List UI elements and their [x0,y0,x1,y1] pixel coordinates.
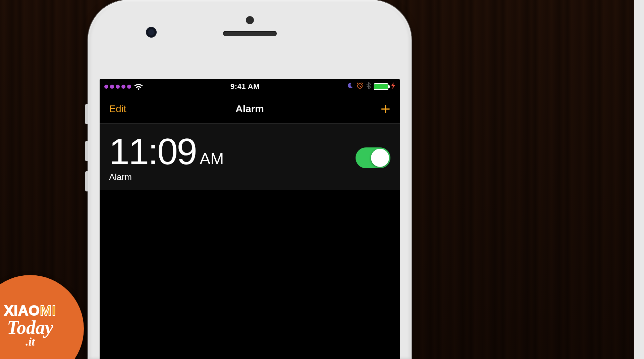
wifi-icon [134,83,143,90]
nav-bar: Edit Alarm + [100,94,400,124]
watermark-logo: XIAOMI Today .it [0,275,84,359]
alarm-info: 11:09 AM Alarm [109,133,224,182]
edit-button[interactable]: Edit [109,103,126,115]
alarm-icon [356,82,364,91]
status-bar-right [347,82,395,91]
phone-screen: 9:41 AM [100,79,400,359]
status-bar-left [104,83,143,90]
phone-body: 9:41 AM [88,0,412,359]
alarm-label: Alarm [109,172,224,182]
cellular-signal-icon [104,85,131,89]
watermark-line1: XIAOMI [4,303,56,319]
bluetooth-icon [366,82,371,91]
alarm-toggle[interactable] [356,147,390,168]
image-crop-edge [634,0,644,359]
front-camera [146,27,157,38]
status-bar: 9:41 AM [100,79,400,94]
earpiece-speaker [223,31,277,36]
status-bar-time: 9:41 AM [230,82,260,91]
battery-icon [374,83,388,90]
toggle-knob [371,149,389,167]
proximity-sensor [246,16,254,24]
charging-icon [391,82,395,91]
alarm-time-value: 11:09 [109,133,196,170]
do-not-disturb-icon [347,82,354,91]
alarm-time-ampm: AM [200,149,224,168]
page-title: Alarm [235,103,264,115]
alarm-time: 11:09 AM [109,133,224,170]
watermark-line2: Today [7,317,53,338]
watermark-line3: .it [25,335,35,348]
alarm-row[interactable]: 11:09 AM Alarm [100,124,400,190]
add-alarm-button[interactable]: + [381,100,390,117]
stage: 9:41 AM [0,0,644,359]
